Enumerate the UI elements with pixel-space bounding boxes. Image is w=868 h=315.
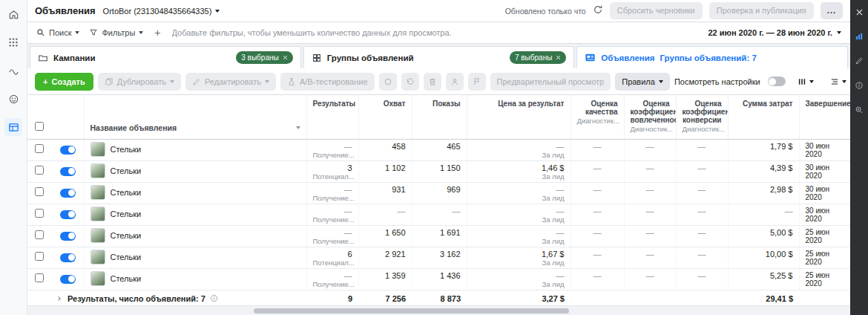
review-publish-button[interactable]: Проверка и публикация [709, 2, 814, 19]
col-header-impressions[interactable]: Показы [412, 95, 467, 139]
delete-button[interactable] [424, 73, 441, 91]
preview-button[interactable]: Предварительный просмотр [490, 73, 611, 91]
plus-icon: + [43, 77, 47, 86]
campaigns-selected-badge[interactable]: 3 выбраны [236, 51, 292, 64]
ad-thumbnail [91, 163, 105, 178]
col-header-spend[interactable]: Сумма затрат [728, 95, 799, 139]
filters-button[interactable]: Фильтры [89, 28, 143, 37]
page-title: Объявления [35, 5, 96, 16]
tab-campaigns[interactable]: Кампании 3 выбраны [30, 46, 301, 68]
ad-name[interactable]: Стельки [111, 231, 142, 240]
col-header-name[interactable]: Название объявления [84, 95, 306, 139]
updated-status: Обновлено только что [505, 7, 586, 16]
refresh-icon[interactable] [593, 4, 603, 18]
ad-name[interactable]: Стельки [111, 253, 142, 262]
ad-name[interactable]: Стельки [111, 166, 142, 175]
ads-manager-icon[interactable] [4, 118, 22, 136]
circle-status-button[interactable] [379, 73, 397, 91]
summary-results-cell: 9Потенциал... [306, 290, 358, 305]
ad-status-toggle[interactable] [60, 232, 76, 241]
ad-name[interactable]: Стельки [111, 274, 142, 283]
horizontal-scrollbar [27, 305, 850, 315]
more-options-button[interactable]: ... [821, 2, 843, 19]
breakdown-button[interactable] [826, 77, 851, 87]
ad-status-toggle[interactable] [60, 146, 76, 155]
apps-grid-icon[interactable] [4, 33, 22, 51]
row-checkbox[interactable] [35, 144, 44, 153]
chevron-down-icon [139, 31, 143, 34]
info-icon[interactable] [852, 79, 866, 92]
col-header-conversion[interactable]: Оценка коэффициента конверсии Диагностик… [676, 95, 728, 139]
end-date-cell: 25 июн 2020 [799, 247, 850, 268]
summary-label: Результаты, число объявлений: 7 [68, 294, 206, 303]
duplicate-button[interactable]: Дублировать [98, 73, 181, 91]
tab-ads[interactable]: Объявления Группы объявлений: 7 [576, 46, 848, 68]
add-filter-button[interactable]: + [153, 27, 162, 38]
col-header-reach[interactable]: Охват [358, 95, 412, 139]
adsets-selected-badge[interactable]: 7 выбраны [510, 51, 566, 64]
row-checkbox[interactable] [35, 209, 44, 218]
columns-button[interactable] [793, 77, 818, 87]
ad-name-cell: Стельки [84, 268, 306, 290]
engagement-score-cell: — [624, 160, 676, 182]
create-button[interactable]: + Создать [35, 73, 93, 91]
ad-name[interactable]: Стельки [111, 210, 142, 218]
ad-name[interactable]: Стельки [111, 188, 142, 197]
chevron-down-icon [215, 10, 220, 13]
results-cell: 3Потенциал... [306, 160, 358, 182]
row-checkbox[interactable] [35, 252, 44, 261]
ad-name[interactable]: Стельки [111, 145, 142, 154]
assign-person-button[interactable] [446, 73, 464, 91]
ad-status-toggle[interactable] [60, 167, 76, 176]
row-checkbox[interactable] [35, 166, 44, 175]
shortcuts-wave-icon[interactable] [4, 62, 22, 79]
results-cell: —Получение... [306, 268, 358, 290]
col-header-cpr[interactable]: Цена за результат [467, 95, 571, 139]
account-picker[interactable]: OrtoBor (2313048435664335) [103, 7, 220, 16]
end-date-cell: 30 июн 2020 [799, 139, 850, 160]
row-checkbox[interactable] [35, 187, 44, 196]
col-header-end[interactable]: Завершение [799, 95, 850, 139]
ad-name-cell: Стельки [84, 182, 306, 204]
chevron-right-icon[interactable] [56, 295, 63, 302]
select-all-checkbox[interactable] [35, 122, 44, 131]
filter-bar: Поиск Фильтры + Добавьте фильтры, чтобы … [27, 22, 850, 44]
info-icon[interactable] [210, 294, 218, 302]
quality-score-cell: — [571, 139, 624, 160]
table-row: Стельки 3Потенциал... 1 102 1 150 1,46 $… [27, 160, 850, 182]
rules-button[interactable]: Правила [615, 73, 670, 91]
grid-icon [312, 53, 322, 63]
smiley-icon[interactable] [4, 90, 22, 108]
row-checkbox[interactable] [35, 230, 44, 239]
tab-adsets[interactable]: Группы объявлений 7 выбраны [303, 46, 575, 68]
ab-test-button[interactable]: A/B-тестирование [280, 73, 375, 91]
reach-cell: 1 102 [358, 160, 412, 182]
actions-toolbar: + Создать Дублировать Редактировать A/B-… [27, 68, 850, 95]
scrollbar-thumb[interactable] [254, 308, 569, 314]
col-header-engagement[interactable]: Оценка коэффициента вовлеченности Диагно… [624, 95, 676, 139]
impressions-cell: 1 436 [412, 268, 467, 290]
edit-pencil-icon[interactable] [852, 54, 866, 68]
ad-status-toggle[interactable] [60, 253, 76, 262]
discard-drafts-button[interactable]: Сбросить черновики [610, 2, 703, 19]
zoom-search-icon[interactable] [852, 103, 866, 117]
ad-status-toggle[interactable] [60, 210, 76, 219]
insights-chart-icon[interactable] [852, 30, 866, 43]
ads-manager-app: Объявления OrtoBor (2313048435664335) Об… [0, 0, 868, 315]
edit-button[interactable]: Редактировать [185, 73, 276, 91]
search-button[interactable]: Поиск [36, 28, 79, 37]
ad-status-toggle[interactable] [60, 275, 76, 284]
filter-funnel-icon [89, 28, 98, 37]
home-icon[interactable] [4, 5, 22, 23]
undo-button[interactable] [401, 73, 419, 91]
date-range-picker[interactable]: 22 июн 2020 г. — 28 июн 2020 г. [708, 28, 841, 37]
col-header-quality[interactable]: Оценка качества Диагностик... [571, 95, 624, 139]
row-checkbox[interactable] [35, 273, 44, 282]
col-header-results[interactable]: Результаты [306, 95, 358, 139]
view-settings-toggle[interactable] [768, 77, 786, 86]
flag-button[interactable] [468, 73, 486, 91]
ad-status-toggle[interactable] [60, 189, 76, 198]
close-icon[interactable] [852, 5, 866, 19]
chevron-down-icon [837, 31, 841, 34]
quality-score-cell: — [571, 225, 624, 247]
